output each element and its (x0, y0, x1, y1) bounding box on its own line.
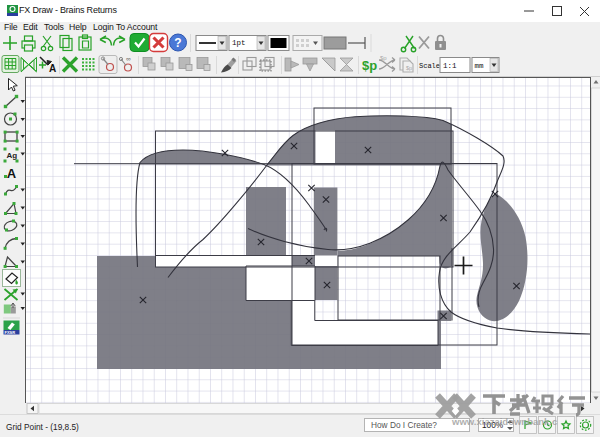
svg-text:www.xiazaidownbank.c: www.xiazaidownbank.c (451, 416, 557, 427)
